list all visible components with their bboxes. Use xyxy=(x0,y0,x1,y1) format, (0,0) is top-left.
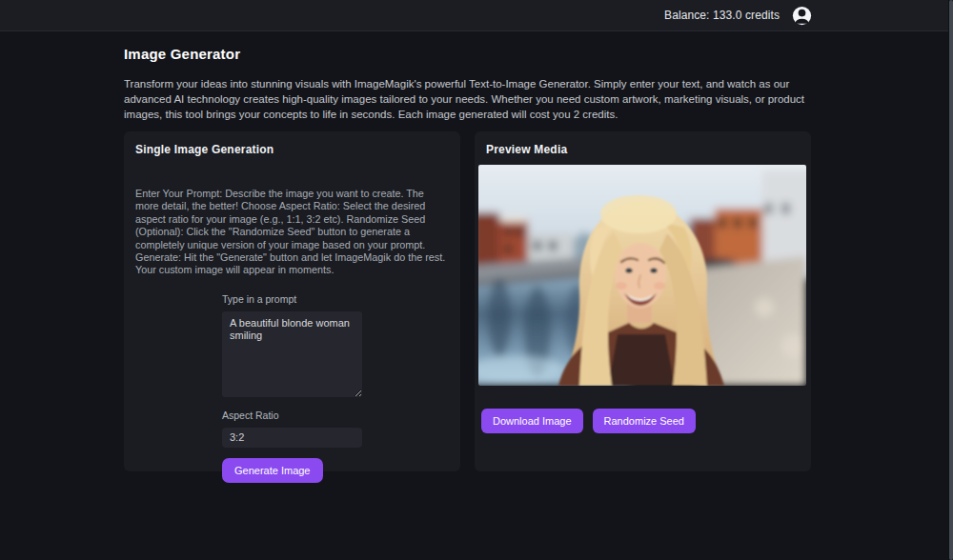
generator-form: Type in a prompt A beautiful blonde woma… xyxy=(222,293,362,483)
prompt-label: Type in a prompt xyxy=(222,293,362,305)
preview-image-art xyxy=(478,165,806,386)
generate-image-button[interactable]: Generate Image xyxy=(222,458,323,483)
scrollbar-thumb[interactable] xyxy=(949,0,953,560)
preview-actions: Download Image Randomize Seed xyxy=(481,409,696,433)
preview-image xyxy=(478,165,806,386)
aspect-ratio-input[interactable] xyxy=(222,428,362,448)
page-title: Image Generator xyxy=(124,46,812,62)
download-image-button[interactable]: Download Image xyxy=(481,409,583,433)
aspect-ratio-label: Aspect Ratio xyxy=(222,410,362,421)
user-avatar-icon xyxy=(792,6,812,26)
top-header: Balance: 133.0 credits xyxy=(0,0,953,31)
generator-panel-title: Single Image Generation xyxy=(135,143,449,156)
preview-panel-title: Preview Media xyxy=(486,143,800,156)
balance-text: Balance: 133.0 credits xyxy=(664,9,780,22)
generator-instructions: Enter Your Prompt: Describe the image yo… xyxy=(135,188,450,277)
user-avatar[interactable] xyxy=(792,6,812,26)
panels-row: Single Image Generation Enter Your Promp… xyxy=(124,131,812,471)
single-image-generation-panel: Single Image Generation Enter Your Promp… xyxy=(124,131,460,471)
prompt-input[interactable]: A beautiful blonde woman smiling xyxy=(222,311,362,397)
preview-media-panel: Preview Media xyxy=(475,131,811,471)
randomize-seed-button[interactable]: Randomize Seed xyxy=(593,409,696,433)
page-description: Transform your ideas into stunning visua… xyxy=(124,76,812,122)
main-content: Image Generator Transform your ideas int… xyxy=(124,31,812,471)
